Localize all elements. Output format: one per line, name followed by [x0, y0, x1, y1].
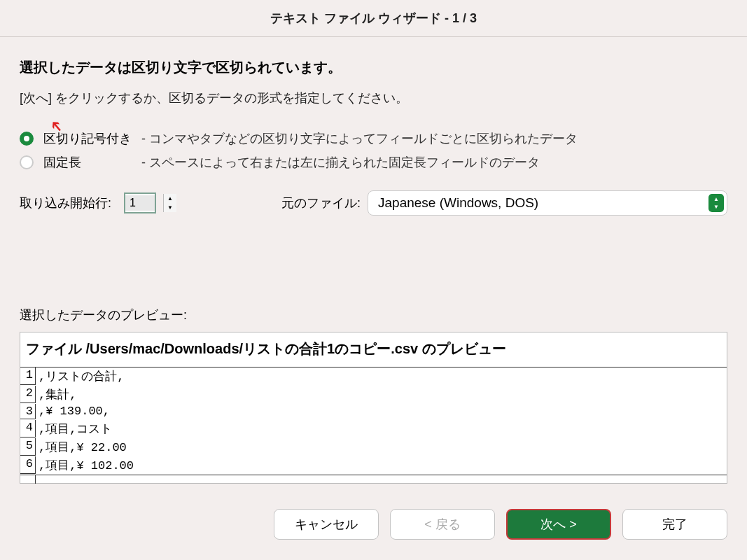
preview-label: 選択したデータのプレビュー: [20, 307, 727, 323]
preview-row: 3 ,¥ 139.00, [20, 404, 727, 420]
preview-row-num: 3 [20, 404, 36, 419]
preview-row-text: ,項目,コスト [36, 420, 115, 438]
radio-fixed-row[interactable]: 固定長 - スペースによって右または左に揃えられた固定長フィールドのデータ [20, 154, 727, 171]
preview-row-text: ,項目,¥ 102.00 [36, 456, 137, 474]
spinner-down-icon[interactable]: ▼ [164, 203, 176, 212]
next-button[interactable]: 次へ > [506, 509, 611, 540]
radio-fixed[interactable] [20, 155, 34, 169]
preview-row: 4 ,項目,コスト [20, 420, 727, 438]
main-heading: 選択したデータは区切り文字で区切られています。 [20, 58, 727, 77]
preview-row-num: 5 [20, 438, 36, 456]
encoding-value: Japanese (Windows, DOS) [378, 195, 538, 211]
preview-row: 2 ,集計, [20, 386, 727, 404]
encoding-select[interactable]: Japanese (Windows, DOS) ▲▼ [368, 190, 727, 216]
start-row-label: 取り込み開始行: [20, 195, 111, 211]
preview-row-text: ,リストの合計, [36, 368, 127, 385]
preview-row: 1 ,リストの合計, [20, 368, 727, 386]
radio-fixed-label: 固定長 [43, 154, 141, 171]
start-row-input[interactable] [125, 195, 155, 211]
dropdown-arrows-icon[interactable]: ▲▼ [708, 194, 724, 212]
preview-row-num: 4 [20, 420, 36, 438]
preview-box: ファイル /Users/mac/Downloads/リストの合計1のコピー.cs… [20, 332, 727, 484]
preview-row-num: 1 [20, 368, 36, 385]
preview-row-text: ,集計, [36, 386, 79, 403]
button-bar: キャンセル < 戻る 次へ > 完了 [0, 498, 747, 540]
back-button: < 戻る [390, 509, 495, 540]
preview-row: 6 ,項目,¥ 102.00 [20, 456, 727, 475]
radio-delimited[interactable] [20, 132, 34, 146]
encoding-label: 元のファイル: [281, 195, 361, 211]
spinner-up-icon[interactable]: ▲ [164, 194, 176, 203]
start-row-spinner[interactable] [124, 192, 156, 214]
preview-row-text: ,項目,¥ 22.00 [36, 438, 130, 456]
preview-row-text: ,¥ 139.00, [36, 404, 113, 419]
preview-table: 1 ,リストの合計, 2 ,集計, 3 ,¥ 139.00, 4 ,項目,コスト… [20, 367, 727, 483]
preview-row-num: 2 [20, 386, 36, 403]
preview-row: 5 ,項目,¥ 22.00 [20, 438, 727, 456]
instruction-text: [次へ] をクリックするか、区切るデータの形式を指定してください。 [20, 90, 727, 106]
finish-button[interactable]: 完了 [622, 509, 727, 540]
preview-row-num: 6 [20, 456, 36, 474]
radio-delimited-row[interactable]: ➔ 区切り記号付き - コンマやタブなどの区切り文字によってフィールドごとに区切… [20, 130, 727, 147]
radio-fixed-desc: - スペースによって右または左に揃えられた固定長フィールドのデータ [141, 154, 540, 171]
cancel-button[interactable]: キャンセル [274, 509, 379, 540]
window-title: テキスト ファイル ウィザード - 1 / 3 [0, 0, 747, 37]
preview-header: ファイル /Users/mac/Downloads/リストの合計1のコピー.cs… [20, 332, 727, 367]
radio-delimited-desc: - コンマやタブなどの区切り文字によってフィールドごとに区切られたデータ [141, 130, 578, 147]
